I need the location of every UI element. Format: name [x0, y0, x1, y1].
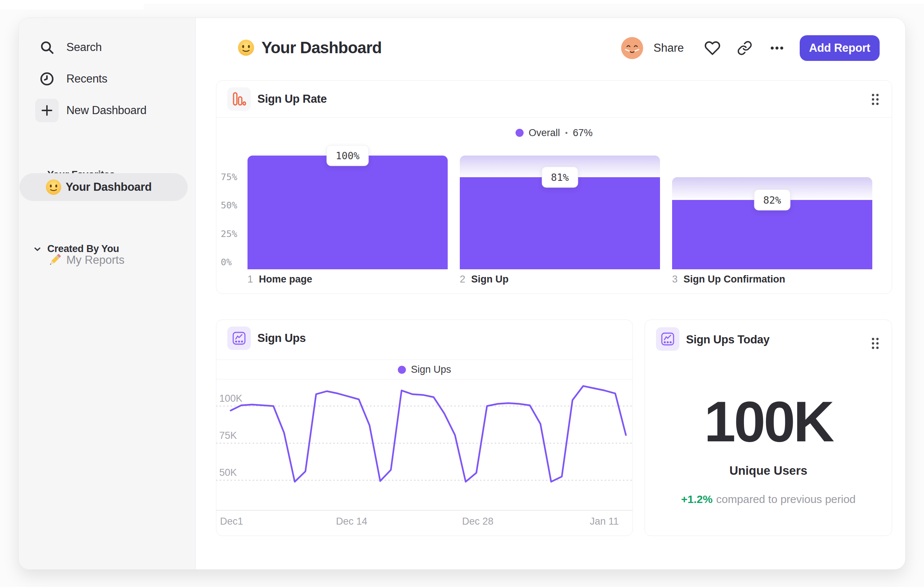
line-chart-plot: 100K75K50K	[216, 382, 633, 510]
share-button[interactable]: Share	[653, 41, 684, 55]
sidebar-item-my-reports[interactable]: My Reports	[19, 249, 195, 271]
legend-dot	[398, 366, 406, 374]
y-axis-tick: 75%	[221, 171, 241, 182]
card-header: Sign Ups	[216, 320, 632, 357]
favorite-heart-icon[interactable]	[701, 36, 724, 60]
line-legend: Sign Ups	[216, 360, 632, 379]
step-name: Sign Up	[471, 274, 508, 285]
sign-ups-line-series	[231, 386, 626, 482]
x-axis-labels: Dec1Dec 14Dec 28Jan 11	[216, 516, 632, 531]
y-axis-tick: 0%	[221, 257, 241, 268]
drag-handle-icon[interactable]	[868, 334, 883, 353]
step-index: 3	[672, 274, 678, 285]
sidebar: Search Recents New Dashboard Your Favori…	[19, 18, 196, 569]
funnel-plot: 75%50%25%0%100%1Home page81%2Sign Up82%3…	[216, 81, 892, 293]
sidebar-item-your-dashboard[interactable]: Your Dashboard	[20, 173, 188, 201]
legend-label: Sign Ups	[411, 364, 451, 375]
funnel-bar-converted	[248, 155, 448, 269]
clock-icon	[35, 67, 59, 91]
plus-icon	[35, 99, 59, 122]
sidebar-item-label: Search	[66, 41, 102, 54]
add-report-button[interactable]: Add Report	[800, 35, 879, 61]
delta-percent: +1.2%	[681, 493, 713, 505]
window-top-corner	[0, 0, 144, 10]
step-name: Home page	[259, 274, 312, 285]
sidebar-item-label: My Reports	[66, 253, 124, 267]
x-axis-tick: Dec 28	[462, 516, 493, 527]
funnel-step-label: 1Home page	[248, 274, 312, 285]
card-title: Sign Ups	[257, 320, 306, 357]
funnel-bar-1[interactable]	[248, 155, 448, 269]
sidebar-item-recents[interactable]: Recents	[19, 65, 195, 93]
pencil-emoji-icon	[46, 252, 63, 268]
page-title: Your Dashboard	[237, 38, 382, 57]
step-index: 1	[248, 274, 253, 285]
more-options-icon[interactable]	[765, 36, 789, 60]
y-axis-tick: 75K	[219, 430, 237, 441]
sign-up-rate-card: Sign Up Rate Overall • 67% 75%50%25%0%10…	[216, 80, 892, 294]
avatar[interactable]	[620, 36, 644, 60]
smiley-emoji-icon	[237, 39, 255, 56]
sidebar-item-label: New Dashboard	[66, 104, 146, 117]
metric-value: 100K	[645, 393, 892, 450]
sidebar-item-label: Recents	[66, 72, 107, 86]
metric-label: Unique Users	[645, 464, 892, 478]
app-panel: Search Recents New Dashboard Your Favori…	[18, 18, 906, 570]
x-axis-line	[216, 510, 632, 511]
y-axis-tick: 50K	[219, 467, 237, 478]
conversion-badge: 81%	[542, 167, 578, 187]
funnel-step-label: 3Sign Up Confirmation	[672, 274, 785, 285]
y-axis-tick: 100K	[219, 393, 243, 404]
copy-link-icon[interactable]	[733, 36, 756, 60]
x-axis-tick: Dec1	[220, 516, 243, 527]
line-chart-icon	[227, 327, 251, 350]
sidebar-item-label: Your Dashboard	[66, 180, 152, 194]
y-axis-tick: 50%	[221, 200, 241, 211]
sign-ups-today-card: Sign Ups Today 100K Unique Users +1.2%co…	[645, 319, 892, 536]
step-index: 2	[460, 274, 465, 285]
card-title: Sign Ups Today	[686, 321, 770, 358]
sign-ups-card: Sign Ups Sign Ups 100K75K50K Dec1Dec 14D…	[216, 319, 633, 536]
metric-delta: +1.2%compared to previous period	[645, 493, 892, 506]
sidebar-item-search[interactable]: Search	[19, 33, 195, 61]
search-icon	[35, 36, 59, 59]
y-axis-tick: 25%	[221, 228, 241, 239]
conversion-badge: 100%	[326, 145, 368, 166]
conversion-badge: 82%	[754, 189, 790, 210]
x-axis-tick: Jan 11	[590, 516, 619, 527]
funnel-step-label: 2Sign Up	[460, 274, 508, 285]
smiley-emoji-icon	[45, 179, 62, 195]
funnel-bar-converted	[460, 177, 660, 269]
sidebar-item-new-dashboard[interactable]: New Dashboard	[19, 96, 195, 124]
line-chart-icon	[656, 327, 680, 351]
delta-text: compared to previous period	[716, 493, 855, 505]
x-axis-tick: Dec 14	[336, 516, 367, 527]
step-name: Sign Up Confirmation	[683, 274, 785, 285]
card-header: Sign Ups Today	[645, 320, 892, 357]
